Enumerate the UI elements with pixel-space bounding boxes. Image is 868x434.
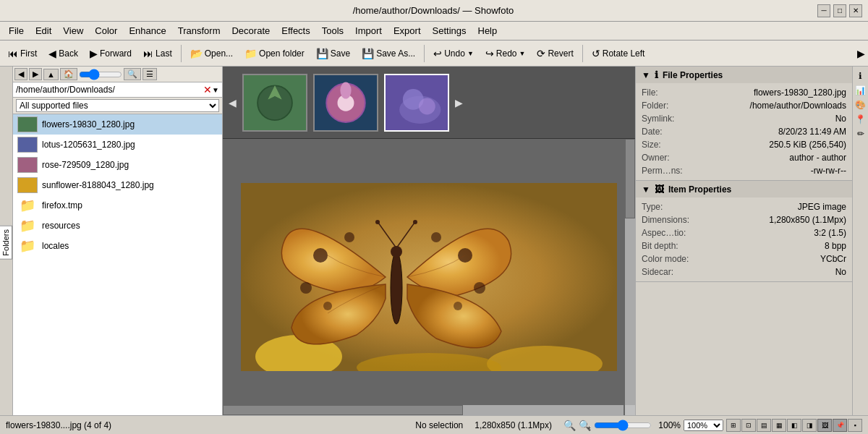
open-folder-button[interactable]: 📁 Open folder bbox=[239, 43, 310, 64]
right-icon-info[interactable]: ℹ bbox=[854, 69, 867, 82]
right-icons-panel: ℹ 📊 🎨 📍 ✏ bbox=[852, 67, 868, 415]
file-properties-header[interactable]: ▼ ℹ File Properties bbox=[636, 67, 852, 83]
svg-point-7 bbox=[340, 82, 351, 98]
save-as-button[interactable]: 💾 Save As... bbox=[357, 43, 420, 64]
file-thumb bbox=[17, 116, 38, 132]
file-list-item[interactable]: rose-729509_1280.jpg bbox=[13, 155, 222, 175]
filmstrip-item-0[interactable] bbox=[242, 74, 307, 132]
view-btn-6[interactable]: ◨ bbox=[802, 419, 817, 432]
forward-icon: ▶ bbox=[90, 48, 98, 59]
menu-effects[interactable]: Effects bbox=[276, 24, 316, 38]
view-btn-4[interactable]: ▦ bbox=[772, 419, 786, 432]
prop-label: File: bbox=[642, 88, 658, 98]
menu-settings[interactable]: Settings bbox=[427, 24, 472, 38]
file-properties-title: File Properties bbox=[663, 70, 723, 80]
fb-path-input[interactable] bbox=[16, 85, 203, 95]
view-btn-3[interactable]: ▤ bbox=[757, 419, 771, 432]
folders-tab[interactable]: Folders bbox=[0, 226, 12, 260]
prop-value: /home/author/Downloads bbox=[750, 101, 846, 111]
last-icon: ⏭ bbox=[143, 48, 153, 59]
zoom-in-icon[interactable]: 🔍+ bbox=[579, 420, 591, 431]
forward-button[interactable]: ▶ Forward bbox=[85, 43, 137, 64]
zoom-slider[interactable] bbox=[594, 420, 652, 431]
prop-label: Symlink: bbox=[642, 114, 674, 124]
save-button[interactable]: 💾 Save bbox=[311, 43, 355, 64]
fb-next-btn[interactable]: ▶ bbox=[29, 68, 42, 80]
file-props-collapse-icon: ▼ bbox=[642, 70, 650, 80]
view-btn-8[interactable]: 📌 bbox=[833, 419, 847, 432]
right-icon-geolocation[interactable]: 📍 bbox=[854, 113, 867, 126]
titlebar: /home/author/Downloads/ — Showfoto ─ □ ✕ bbox=[0, 0, 868, 22]
last-label: Last bbox=[156, 48, 172, 59]
file-list-item[interactable]: lotus-1205631_1280.jpg bbox=[13, 135, 222, 155]
minimize-button[interactable]: ─ bbox=[817, 4, 830, 17]
redo-label: Redo bbox=[496, 48, 517, 59]
open-button[interactable]: 📂 Open... bbox=[185, 43, 238, 64]
zoom-select[interactable]: 100% 50% 200% Fit bbox=[684, 420, 723, 431]
menu-edit[interactable]: Edit bbox=[30, 24, 57, 38]
maximize-button[interactable]: □ bbox=[833, 4, 846, 17]
menu-enhance[interactable]: Enhance bbox=[123, 24, 171, 38]
menu-file[interactable]: File bbox=[3, 24, 30, 38]
prop-label: Bit depth: bbox=[642, 241, 678, 251]
file-list-item[interactable]: flowers-19830_1280.jpg bbox=[13, 114, 222, 135]
file-props-icon: ℹ bbox=[655, 69, 658, 80]
fb-zoom-slider[interactable] bbox=[79, 69, 122, 80]
menu-view[interactable]: View bbox=[57, 24, 89, 38]
menu-tools[interactable]: Tools bbox=[316, 24, 349, 38]
image-area: ◀ bbox=[223, 67, 635, 415]
menu-transform[interactable]: Transform bbox=[172, 24, 226, 38]
right-icon-edit[interactable]: ✏ bbox=[854, 127, 867, 140]
right-icon-histogram[interactable]: 📊 bbox=[854, 84, 867, 97]
view-btn-1[interactable]: ⊞ bbox=[726, 419, 741, 432]
fb-prev-btn[interactable]: ◀ bbox=[14, 68, 27, 80]
horizontal-scrollbar[interactable] bbox=[223, 405, 624, 415]
view-btn-7[interactable]: 🖼 bbox=[817, 419, 832, 432]
view-btn-9[interactable]: ▪ bbox=[848, 419, 862, 432]
view-btn-5[interactable]: ◧ bbox=[787, 419, 801, 432]
fb-search-btn[interactable]: 🔍 bbox=[124, 68, 141, 80]
back-button[interactable]: ◀ Back bbox=[43, 43, 83, 64]
revert-button[interactable]: ⟳ Revert bbox=[532, 43, 578, 64]
fb-options-btn[interactable]: ☰ bbox=[142, 68, 157, 80]
file-properties-table: File:flowers-19830_1280.jpgFolder:/home/… bbox=[636, 83, 852, 180]
close-button[interactable]: ✕ bbox=[849, 4, 862, 17]
undo-icon: ↩ bbox=[433, 48, 442, 59]
image-container[interactable] bbox=[223, 139, 635, 415]
fb-clear-button[interactable]: ✕ bbox=[203, 84, 212, 95]
menu-decorate[interactable]: Decorate bbox=[226, 24, 276, 38]
last-button[interactable]: ⏭ Last bbox=[138, 43, 177, 64]
fb-home-btn[interactable]: 🏠 bbox=[60, 68, 77, 80]
vertical-scrollbar[interactable] bbox=[625, 139, 635, 405]
first-label: First bbox=[20, 48, 37, 59]
fb-filter-select[interactable]: All supported files JPEG files PNG files… bbox=[16, 99, 219, 112]
menu-color[interactable]: Color bbox=[89, 24, 123, 38]
undo-button[interactable]: ↩ Undo ▼ bbox=[428, 43, 479, 64]
menu-help[interactable]: Help bbox=[472, 24, 503, 38]
redo-button[interactable]: ↪ Redo ▼ bbox=[480, 43, 531, 64]
filmstrip-item-2[interactable] bbox=[384, 74, 449, 132]
menu-export[interactable]: Export bbox=[388, 24, 427, 38]
open-folder-icon: 📁 bbox=[244, 48, 257, 59]
filmstrip-scroll-left[interactable]: ◀ bbox=[229, 97, 237, 109]
fb-up-btn[interactable]: ▲ bbox=[43, 69, 59, 80]
file-list-item[interactable]: 📁resources bbox=[13, 216, 222, 236]
undo-label: Undo bbox=[444, 48, 465, 59]
view-btn-2[interactable]: ⊡ bbox=[741, 419, 756, 432]
item-properties-header[interactable]: ▼ 🖼 Item Properties bbox=[636, 181, 852, 197]
filmstrip-scroll-right[interactable]: ▶ bbox=[455, 97, 463, 109]
toolbar-more-icon[interactable]: ▶ bbox=[857, 48, 865, 59]
file-list-item[interactable]: 📁locales bbox=[13, 236, 222, 256]
menu-import[interactable]: Import bbox=[349, 24, 388, 38]
fb-dropdown-button[interactable]: ▼ bbox=[212, 86, 219, 94]
toolbar-separator-3 bbox=[582, 45, 583, 62]
zoom-out-icon[interactable]: 🔍 bbox=[563, 420, 576, 431]
rotate-left-button[interactable]: ↺ Rotate Left bbox=[587, 43, 650, 64]
right-icon-colors[interactable]: 🎨 bbox=[854, 98, 867, 111]
file-list-item[interactable]: sunflower-8188043_1280.jpg bbox=[13, 175, 222, 195]
first-button[interactable]: ⏮ First bbox=[3, 43, 42, 64]
filmstrip-item-1[interactable] bbox=[313, 74, 378, 132]
open-label: Open... bbox=[205, 48, 233, 59]
prop-value: author - author bbox=[789, 153, 846, 163]
file-list-item[interactable]: 📁firefox.tmp bbox=[13, 195, 222, 216]
